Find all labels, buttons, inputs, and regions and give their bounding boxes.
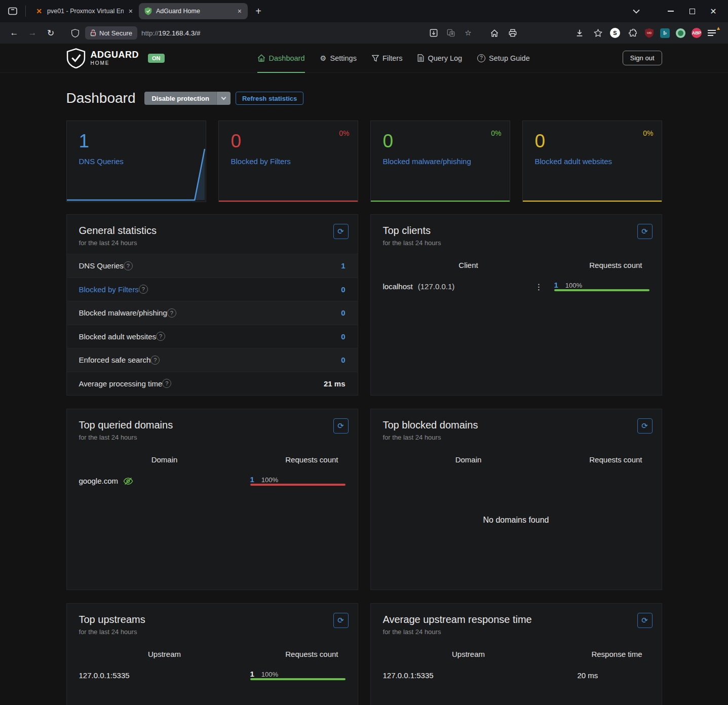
tracking-shield-icon[interactable]: [69, 27, 81, 39]
card-percent: 0%: [339, 129, 349, 137]
upstream-name: 127.0.0.1:5335: [383, 670, 554, 680]
tab-search-button[interactable]: [4, 4, 21, 19]
refresh-statistics-button[interactable]: Refresh statistics: [236, 92, 303, 105]
nav-dashboard[interactable]: Dashboard: [257, 44, 305, 72]
document-icon: [417, 54, 424, 62]
response-time-cell: 20 ms: [554, 670, 649, 680]
downloads-icon[interactable]: [573, 27, 586, 39]
extensions-puzzle-icon[interactable]: [626, 27, 638, 39]
refresh-panel-button[interactable]: ⟳: [333, 418, 349, 434]
help-icon[interactable]: ?: [156, 332, 165, 341]
card-blocked-adult: 0% 0 Blocked adult websites: [522, 121, 662, 202]
stat-row-dns-queries: DNS Queries? 1: [67, 254, 358, 278]
nav-filters[interactable]: Filters: [372, 44, 402, 72]
bookmark-star-icon[interactable]: ☆: [462, 27, 474, 39]
protection-status-badge: ON: [148, 54, 165, 63]
panel-title: General statistics: [79, 225, 346, 237]
upstream-name: 127.0.0.1:5335: [79, 670, 250, 680]
disable-protection-button[interactable]: Disable protection: [144, 92, 216, 105]
table-header: Domain Requests count: [371, 448, 662, 469]
broken-lock-icon: [90, 29, 96, 36]
urlbar-action-icons: ☆: [428, 27, 474, 39]
reload-button[interactable]: ↻: [43, 25, 59, 41]
forward-button[interactable]: →: [24, 25, 41, 41]
card-percent: 0%: [491, 129, 501, 137]
adguard-extension-icon[interactable]: [676, 28, 685, 38]
panel-title: Top clients: [383, 225, 649, 237]
card-label-link[interactable]: Blocked malware/phishing: [383, 157, 497, 166]
back-button[interactable]: ←: [6, 25, 22, 41]
progress-bar: [250, 484, 346, 486]
refresh-panel-button[interactable]: ⟳: [333, 613, 349, 628]
home-icon: [257, 54, 265, 62]
close-button[interactable]: ✕: [703, 3, 724, 20]
home-button[interactable]: [486, 25, 503, 41]
card-value: 0: [383, 131, 497, 152]
teal-extension-icon[interactable]: ǀ›: [660, 28, 670, 38]
maximize-button[interactable]: [681, 3, 703, 20]
refresh-panel-button[interactable]: ⟳: [637, 613, 653, 628]
help-icon[interactable]: ?: [124, 261, 133, 270]
panel-subtitle: for the last 24 hours: [383, 628, 649, 636]
tab-adguard[interactable]: AdGuard Home ×: [139, 3, 248, 19]
kebab-menu-icon[interactable]: ⋮: [535, 281, 543, 292]
nav-query-log[interactable]: Query Log: [417, 44, 462, 72]
flat-sparkline: [371, 201, 510, 202]
dns-queries-sparkline: [67, 147, 206, 202]
url-text[interactable]: http://192.168.4.3/#: [141, 29, 424, 37]
extension-icons: S UO ǀ› ABP ▲: [573, 27, 720, 39]
progress-bar: [554, 289, 649, 291]
blocked-by-filters-link[interactable]: Blocked by Filters: [79, 285, 139, 294]
domain-name: google.com: [79, 475, 250, 485]
panel-subtitle: for the last 24 hours: [383, 434, 649, 441]
panel-top-clients: Top clients for the last 24 hours ⟳ Clie…: [370, 214, 662, 396]
stat-row-blocked-filters: Blocked by Filters? 0: [67, 278, 358, 301]
panel-subtitle: for the last 24 hours: [79, 434, 346, 441]
refresh-panel-button[interactable]: ⟳: [637, 418, 653, 434]
nav-setup-guide[interactable]: ? Setup Guide: [477, 44, 530, 72]
panel-title: Top queried domains: [79, 419, 346, 431]
eye-slash-icon[interactable]: [123, 477, 133, 485]
refresh-panel-button[interactable]: ⟳: [637, 224, 653, 239]
refresh-panel-button[interactable]: ⟳: [333, 224, 349, 239]
favorites-icon[interactable]: [592, 27, 604, 39]
card-label-link[interactable]: Blocked adult websites: [535, 157, 649, 166]
tab-close-icon[interactable]: ×: [237, 7, 243, 15]
tab-close-icon[interactable]: ×: [128, 7, 134, 15]
tab-title: pve01 - Proxmox Virtual Environ: [47, 8, 124, 15]
help-icon[interactable]: ?: [167, 308, 176, 318]
translate-icon[interactable]: [445, 27, 457, 39]
not-secure-chip[interactable]: Not Secure: [85, 26, 137, 40]
main-nav: Dashboard ⚙ Settings Filters Query Log ?…: [257, 44, 530, 72]
adblock-plus-extension-icon[interactable]: ABP: [692, 28, 702, 38]
help-icon[interactable]: ?: [162, 379, 171, 388]
session-buddy-extension-icon[interactable]: S: [610, 28, 620, 38]
disable-protection-dropdown[interactable]: [216, 92, 231, 105]
ublock-origin-extension-icon[interactable]: UO: [644, 28, 654, 38]
panel-subtitle: for the last 24 hours: [79, 239, 346, 247]
address-bar[interactable]: Not Secure http://192.168.4.3/# ☆: [65, 24, 480, 42]
browser-menu-icon[interactable]: ▲: [708, 27, 720, 39]
adguard-favicon: [144, 7, 152, 15]
browser-toolbar: ← → ↻ Not Secure http://192.168.4.3/# ☆: [0, 22, 728, 44]
panel-title: Top blocked domains: [383, 419, 649, 431]
help-icon[interactable]: ?: [139, 285, 148, 294]
new-tab-button[interactable]: +: [251, 4, 266, 19]
table-header: Upstream Response time: [371, 643, 662, 663]
tab-list-chevron-icon[interactable]: [633, 9, 640, 14]
card-dns-queries: 1 DNS Queries: [66, 121, 206, 202]
save-page-icon[interactable]: [428, 27, 440, 39]
minimize-button[interactable]: [660, 3, 681, 20]
svg-text:UO: UO: [647, 31, 652, 34]
panel-subtitle: for the last 24 hours: [79, 628, 346, 636]
nav-settings[interactable]: ⚙ Settings: [320, 44, 357, 72]
window-controls: ✕: [660, 3, 724, 20]
disable-protection-split-button: Disable protection: [144, 92, 230, 105]
help-icon[interactable]: ?: [150, 356, 160, 365]
print-button[interactable]: [505, 25, 521, 41]
card-label-link[interactable]: Blocked by Filters: [231, 157, 346, 166]
panel-top-queried-domains: Top queried domains for the last 24 hour…: [66, 409, 358, 590]
sign-out-button[interactable]: Sign out: [623, 51, 662, 65]
table-header: Client Requests count: [371, 254, 662, 275]
tab-proxmox[interactable]: ✕ pve01 - Proxmox Virtual Environ ×: [30, 3, 139, 19]
